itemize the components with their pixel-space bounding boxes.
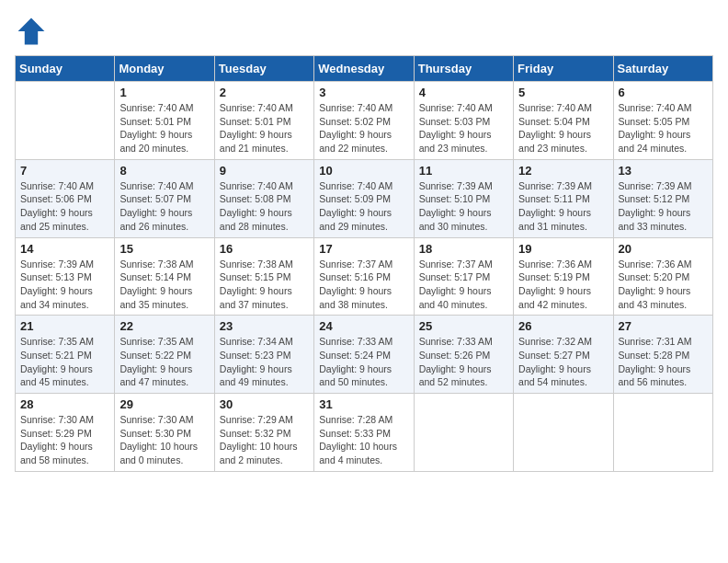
- day-cell: 11Sunrise: 7:39 AMSunset: 5:10 PMDayligh…: [414, 159, 513, 237]
- day-number: 2: [220, 86, 309, 99]
- day-detail: Sunrise: 7:30 AMSunset: 5:30 PMDaylight:…: [119, 413, 209, 467]
- day-cell: 28Sunrise: 7:30 AMSunset: 5:29 PMDayligh…: [16, 394, 115, 472]
- day-number: 4: [419, 86, 508, 99]
- logo: [15, 15, 51, 48]
- day-number: 5: [518, 86, 608, 99]
- day-detail: Sunrise: 7:37 AMSunset: 5:17 PMDaylight:…: [419, 258, 508, 312]
- day-detail: Sunrise: 7:37 AMSunset: 5:16 PMDaylight:…: [319, 258, 408, 312]
- day-cell: 17Sunrise: 7:37 AMSunset: 5:16 PMDayligh…: [314, 237, 414, 316]
- day-number: 19: [518, 242, 608, 256]
- day-number: 24: [319, 319, 408, 333]
- day-detail: Sunrise: 7:39 AMSunset: 5:12 PMDaylight:…: [619, 179, 708, 234]
- week-row-3: 14Sunrise: 7:39 AMSunset: 5:13 PMDayligh…: [16, 237, 713, 316]
- day-number: 3: [319, 86, 408, 99]
- day-detail: Sunrise: 7:39 AMSunset: 5:11 PMDaylight:…: [518, 179, 608, 234]
- header: [15, 15, 713, 48]
- column-header-saturday: Saturday: [613, 56, 712, 82]
- day-number: 30: [220, 397, 309, 411]
- week-row-2: 7Sunrise: 7:40 AMSunset: 5:06 PMDaylight…: [16, 159, 713, 237]
- day-cell: 29Sunrise: 7:30 AMSunset: 5:30 PMDayligh…: [115, 394, 214, 472]
- column-header-tuesday: Tuesday: [214, 56, 313, 82]
- column-header-thursday: Thursday: [414, 56, 513, 82]
- day-number: 20: [619, 242, 708, 256]
- day-cell: 7Sunrise: 7:40 AMSunset: 5:06 PMDaylight…: [16, 159, 115, 237]
- logo-icon: [15, 15, 48, 48]
- day-cell: 20Sunrise: 7:36 AMSunset: 5:20 PMDayligh…: [613, 237, 712, 316]
- day-cell: [514, 394, 613, 472]
- day-cell: [414, 394, 513, 472]
- day-cell: 31Sunrise: 7:28 AMSunset: 5:33 PMDayligh…: [314, 394, 414, 472]
- day-number: 16: [220, 242, 309, 256]
- day-cell: 8Sunrise: 7:40 AMSunset: 5:07 PMDaylight…: [115, 159, 214, 237]
- day-detail: Sunrise: 7:40 AMSunset: 5:04 PMDaylight:…: [518, 101, 608, 155]
- day-detail: Sunrise: 7:35 AMSunset: 5:21 PMDaylight:…: [20, 335, 109, 389]
- day-cell: 22Sunrise: 7:35 AMSunset: 5:22 PMDayligh…: [115, 316, 214, 394]
- day-detail: Sunrise: 7:40 AMSunset: 5:05 PMDaylight:…: [619, 101, 708, 155]
- column-header-sunday: Sunday: [16, 56, 115, 82]
- day-number: 1: [119, 86, 209, 99]
- day-number: 18: [419, 242, 508, 256]
- day-detail: Sunrise: 7:33 AMSunset: 5:24 PMDaylight:…: [319, 335, 408, 389]
- day-detail: Sunrise: 7:40 AMSunset: 5:09 PMDaylight:…: [319, 179, 408, 234]
- day-detail: Sunrise: 7:28 AMSunset: 5:33 PMDaylight:…: [319, 413, 408, 467]
- day-detail: Sunrise: 7:38 AMSunset: 5:15 PMDaylight:…: [220, 258, 309, 312]
- day-number: 29: [119, 397, 209, 411]
- header-row: SundayMondayTuesdayWednesdayThursdayFrid…: [16, 56, 713, 82]
- day-detail: Sunrise: 7:34 AMSunset: 5:23 PMDaylight:…: [220, 335, 309, 389]
- day-number: 12: [518, 164, 608, 178]
- day-cell: 3Sunrise: 7:40 AMSunset: 5:02 PMDaylight…: [314, 82, 414, 160]
- day-number: 17: [319, 242, 408, 256]
- day-cell: 26Sunrise: 7:32 AMSunset: 5:27 PMDayligh…: [514, 316, 613, 394]
- day-cell: 27Sunrise: 7:31 AMSunset: 5:28 PMDayligh…: [613, 316, 712, 394]
- day-number: 22: [119, 319, 209, 333]
- day-cell: 2Sunrise: 7:40 AMSunset: 5:01 PMDaylight…: [214, 82, 313, 160]
- day-number: 28: [20, 397, 109, 411]
- day-cell: 6Sunrise: 7:40 AMSunset: 5:05 PMDaylight…: [613, 82, 712, 160]
- week-row-5: 28Sunrise: 7:30 AMSunset: 5:29 PMDayligh…: [16, 394, 713, 472]
- day-number: 13: [619, 164, 708, 178]
- column-header-monday: Monday: [115, 56, 214, 82]
- day-number: 21: [20, 319, 109, 333]
- day-cell: 16Sunrise: 7:38 AMSunset: 5:15 PMDayligh…: [214, 237, 313, 316]
- day-detail: Sunrise: 7:40 AMSunset: 5:06 PMDaylight:…: [20, 179, 109, 234]
- day-cell: 30Sunrise: 7:29 AMSunset: 5:32 PMDayligh…: [214, 394, 313, 472]
- day-number: 26: [518, 319, 608, 333]
- day-detail: Sunrise: 7:40 AMSunset: 5:03 PMDaylight:…: [419, 101, 508, 155]
- day-cell: 1Sunrise: 7:40 AMSunset: 5:01 PMDaylight…: [115, 82, 214, 160]
- day-number: 9: [220, 164, 309, 178]
- day-number: 10: [319, 164, 408, 178]
- day-cell: 10Sunrise: 7:40 AMSunset: 5:09 PMDayligh…: [314, 159, 414, 237]
- day-detail: Sunrise: 7:29 AMSunset: 5:32 PMDaylight:…: [220, 413, 309, 467]
- day-cell: 25Sunrise: 7:33 AMSunset: 5:26 PMDayligh…: [414, 316, 513, 394]
- day-detail: Sunrise: 7:40 AMSunset: 5:07 PMDaylight:…: [119, 179, 209, 234]
- day-detail: Sunrise: 7:40 AMSunset: 5:01 PMDaylight:…: [220, 101, 309, 155]
- day-number: 23: [220, 319, 309, 333]
- day-detail: Sunrise: 7:33 AMSunset: 5:26 PMDaylight:…: [419, 335, 508, 389]
- day-detail: Sunrise: 7:36 AMSunset: 5:20 PMDaylight:…: [619, 258, 708, 312]
- day-cell: 9Sunrise: 7:40 AMSunset: 5:08 PMDaylight…: [214, 159, 313, 237]
- day-detail: Sunrise: 7:38 AMSunset: 5:14 PMDaylight:…: [119, 258, 209, 312]
- day-cell: 21Sunrise: 7:35 AMSunset: 5:21 PMDayligh…: [16, 316, 115, 394]
- day-detail: Sunrise: 7:40 AMSunset: 5:01 PMDaylight:…: [119, 101, 209, 155]
- day-number: 27: [619, 319, 708, 333]
- day-cell: 14Sunrise: 7:39 AMSunset: 5:13 PMDayligh…: [16, 237, 115, 316]
- day-detail: Sunrise: 7:39 AMSunset: 5:13 PMDaylight:…: [20, 258, 109, 312]
- day-number: 6: [619, 86, 708, 99]
- day-cell: 18Sunrise: 7:37 AMSunset: 5:17 PMDayligh…: [414, 237, 513, 316]
- calendar: SundayMondayTuesdayWednesdayThursdayFrid…: [15, 55, 713, 472]
- day-number: 31: [319, 397, 408, 411]
- day-cell: 4Sunrise: 7:40 AMSunset: 5:03 PMDaylight…: [414, 82, 513, 160]
- day-cell: 19Sunrise: 7:36 AMSunset: 5:19 PMDayligh…: [514, 237, 613, 316]
- day-cell: 24Sunrise: 7:33 AMSunset: 5:24 PMDayligh…: [314, 316, 414, 394]
- day-detail: Sunrise: 7:31 AMSunset: 5:28 PMDaylight:…: [619, 335, 708, 389]
- day-detail: Sunrise: 7:35 AMSunset: 5:22 PMDaylight:…: [119, 335, 209, 389]
- day-cell: 23Sunrise: 7:34 AMSunset: 5:23 PMDayligh…: [214, 316, 313, 394]
- day-detail: Sunrise: 7:39 AMSunset: 5:10 PMDaylight:…: [419, 179, 508, 234]
- day-cell: 5Sunrise: 7:40 AMSunset: 5:04 PMDaylight…: [514, 82, 613, 160]
- day-cell: 13Sunrise: 7:39 AMSunset: 5:12 PMDayligh…: [613, 159, 712, 237]
- day-number: 11: [419, 164, 508, 178]
- day-number: 7: [20, 164, 109, 178]
- day-cell: [613, 394, 712, 472]
- day-detail: Sunrise: 7:40 AMSunset: 5:08 PMDaylight:…: [220, 179, 309, 234]
- day-number: 25: [419, 319, 508, 333]
